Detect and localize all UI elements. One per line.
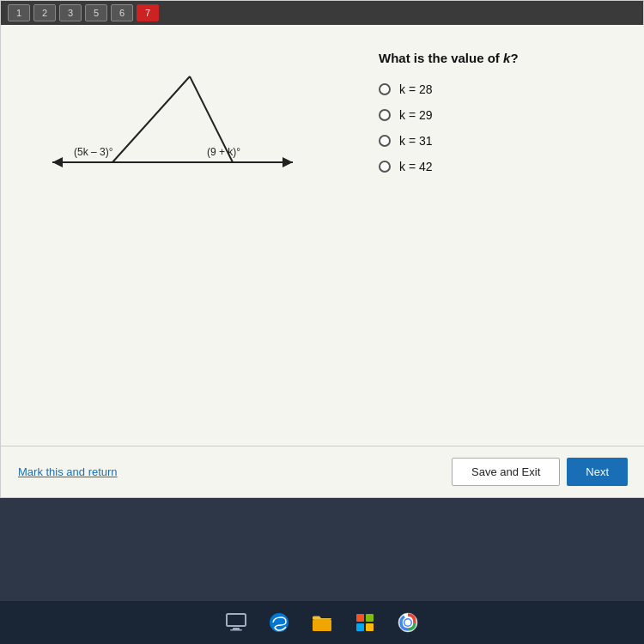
option-1[interactable]: k = 28 <box>379 82 628 96</box>
button-group: Save and Exit Next <box>452 458 628 486</box>
taskbar <box>0 601 644 644</box>
nav-btn-2[interactable]: 2 <box>33 4 56 21</box>
svg-point-11 <box>405 620 411 626</box>
svg-rect-8 <box>366 623 374 631</box>
question-area: 1 2 3 5 6 7 (5k – <box>0 0 644 498</box>
option-4[interactable]: k = 42 <box>379 160 628 173</box>
svg-text:(9 + k)°: (9 + k)° <box>207 146 240 158</box>
taskbar-icon-files[interactable] <box>308 609 336 636</box>
nav-btn-5[interactable]: 5 <box>85 4 107 21</box>
taskbar-icon-chrome[interactable] <box>394 609 422 636</box>
next-button[interactable]: Next <box>567 458 628 486</box>
option-2-label: k = 29 <box>399 108 433 122</box>
mark-return-link[interactable]: Mark this and return <box>18 465 118 478</box>
svg-rect-4 <box>313 619 331 631</box>
option-3[interactable]: k = 31 <box>379 134 628 148</box>
save-exit-button[interactable]: Save and Exit <box>452 458 560 486</box>
option-3-label: k = 31 <box>399 134 433 148</box>
radio-1[interactable] <box>379 83 391 95</box>
svg-marker-14 <box>283 157 293 167</box>
svg-text:(5k – 3)°: (5k – 3)° <box>74 146 113 158</box>
nav-btn-3[interactable]: 3 <box>59 4 82 21</box>
bottom-bar: Mark this and return Save and Exit Next <box>1 446 644 497</box>
svg-rect-5 <box>356 614 364 622</box>
svg-rect-0 <box>227 614 246 626</box>
svg-marker-13 <box>52 157 63 167</box>
option-4-label: k = 42 <box>399 160 433 173</box>
svg-rect-6 <box>366 614 374 622</box>
radio-2[interactable] <box>379 109 391 121</box>
top-nav: 1 2 3 5 6 7 <box>1 1 643 25</box>
radio-3[interactable] <box>379 135 391 147</box>
taskbar-icon-1[interactable] <box>222 609 250 636</box>
right-panel: What is the value of k? k = 28 k = 29 k … <box>361 25 644 447</box>
taskbar-icon-edge[interactable] <box>265 609 293 636</box>
svg-rect-2 <box>230 629 242 631</box>
svg-rect-7 <box>356 623 364 631</box>
option-2[interactable]: k = 29 <box>379 108 628 122</box>
main-content: (5k – 3)° (9 + k)° What is the value of … <box>1 25 644 447</box>
nav-btn-1[interactable]: 1 <box>8 4 30 21</box>
left-panel: (5k – 3)° (9 + k)° <box>1 25 361 447</box>
taskbar-icon-windows[interactable] <box>351 609 379 636</box>
nav-btn-7[interactable]: 7 <box>137 4 159 21</box>
diagram-svg: (5k – 3)° (9 + k)° <box>27 51 336 240</box>
option-1-label: k = 28 <box>399 82 433 96</box>
taskbar-area <box>0 498 644 644</box>
nav-btn-6[interactable]: 6 <box>111 4 133 21</box>
svg-line-15 <box>112 76 190 162</box>
question-title: What is the value of k? <box>379 51 628 65</box>
radio-4[interactable] <box>379 161 391 173</box>
